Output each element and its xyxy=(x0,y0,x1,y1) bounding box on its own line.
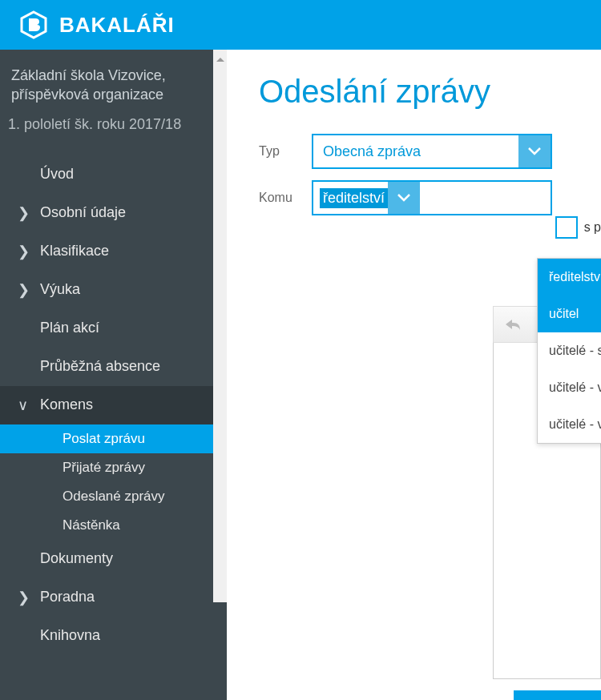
nav-klasifikace[interactable]: ❯ Klasifikace xyxy=(0,232,227,271)
checkbox-row: s p xyxy=(555,216,601,239)
combo-typ[interactable]: Obecná zpráva xyxy=(312,134,552,169)
chevron-down-icon[interactable] xyxy=(388,182,420,214)
sidebar-scrollbar[interactable] xyxy=(213,50,227,602)
chevron-right-icon: ❯ xyxy=(18,589,40,606)
brand: BAKALÁŘI xyxy=(19,10,175,39)
brand-name: BAKALÁŘI xyxy=(59,13,175,38)
nav-komens[interactable]: ∨ Komens xyxy=(0,386,227,424)
chevron-right-icon: ❯ xyxy=(18,204,40,222)
chevron-down-icon: ∨ xyxy=(18,396,40,414)
dropdown-option-ucitel[interactable]: učitel xyxy=(538,296,601,332)
nav-poradna[interactable]: ❯ Poradna xyxy=(0,578,227,617)
term-label: 1. pololetí šk. roku 2017/18 xyxy=(0,107,227,147)
label-typ: Typ xyxy=(259,144,296,159)
combo-komu-value: ředitelství xyxy=(320,188,388,208)
dropdown-option-ucitele-skupiny[interactable]: učitelé - skupiny xyxy=(538,332,601,369)
checkbox-label: s p xyxy=(584,220,601,235)
content-area: Odeslání zprávy Typ Obecná zpráva Komu ř… xyxy=(227,50,601,700)
nav-osobni-udaje[interactable]: ❯ Osobní údaje xyxy=(0,194,227,232)
dropdown-option-ucitele-vsichni[interactable]: učitelé - všichni xyxy=(538,369,601,406)
checkbox-confirm[interactable] xyxy=(555,216,578,239)
nav-komens-nastenka[interactable]: Nástěnka xyxy=(0,511,227,540)
komu-dropdown: ředitelství učitel učitelé - skupiny uči… xyxy=(537,258,601,444)
chevron-right-icon: ❯ xyxy=(18,243,40,260)
nav-vyuka[interactable]: ❯ Výuka xyxy=(0,271,227,309)
app-header: BAKALÁŘI xyxy=(0,0,601,50)
sidebar: Základní škola Vizovice, příspěvková org… xyxy=(0,50,227,700)
combo-komu[interactable]: ředitelství xyxy=(312,180,552,215)
undo-icon[interactable] xyxy=(503,315,522,334)
dropdown-option-reditelstvi[interactable]: ředitelství xyxy=(538,259,601,296)
nav-plan-akci[interactable]: Plán akcí xyxy=(0,309,227,348)
dropdown-option-ucitele-volny[interactable]: učitelé - volný výběr xyxy=(538,406,601,443)
combo-typ-value: Obecná zpráva xyxy=(313,143,518,160)
nav-komens-odeslane[interactable]: Odeslané zprávy xyxy=(0,482,227,511)
nav-dokumenty[interactable]: Dokumenty xyxy=(0,540,227,578)
label-komu: Komu xyxy=(259,191,296,205)
nav-prubezna-absence[interactable]: Průběžná absence xyxy=(0,348,227,386)
chevron-down-icon[interactable] xyxy=(518,135,551,167)
school-name: Základní škola Vizovice, příspěvková org… xyxy=(0,50,227,107)
nav-komens-prijate[interactable]: Přijaté zprávy xyxy=(0,453,227,482)
page-title: Odeslání zprávy xyxy=(259,74,601,110)
nav-uvod[interactable]: Úvod xyxy=(0,155,227,194)
nav-knihovna[interactable]: Knihovna xyxy=(0,617,227,655)
brand-logo-icon xyxy=(19,10,48,39)
nav-komens-poslat[interactable]: Poslat zprávu xyxy=(0,424,227,453)
chevron-right-icon: ❯ xyxy=(18,281,40,299)
send-button[interactable]: Odeslat xyxy=(514,690,601,700)
